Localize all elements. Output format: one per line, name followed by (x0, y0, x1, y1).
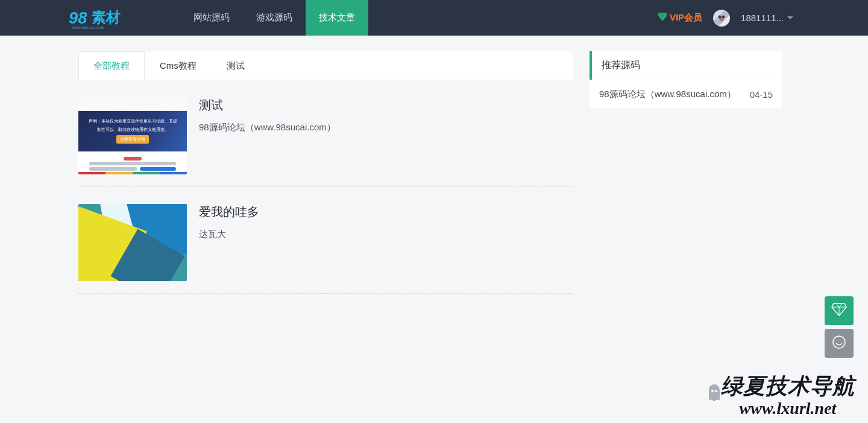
recommend-panel: 推荐源码 98源码论坛（www.98sucai.com） 04-15 (590, 51, 782, 109)
site-logo[interactable]: 98 素材 WWW.98SUCAI.COM (69, 0, 156, 36)
float-buttons (825, 296, 854, 358)
watermark-line1: 绿夏技术导航 (721, 372, 855, 401)
article-desc: 98源码论坛（www.98sucai.com） (199, 122, 573, 133)
tab-test[interactable]: 测试 (212, 51, 260, 80)
article-item[interactable]: 声明：本站仅为群里交流作快更乐习记建。非提 制性可以，取花在读物用作义他用途。 … (78, 80, 573, 187)
nav-item-site-source[interactable]: 网站源码 (180, 0, 243, 36)
article-thumbnail: 声明：本站仅为群里交流作快更乐习记建。非提 制性可以，取花在读物用作义他用途。 … (78, 97, 187, 174)
main-nav: 网站源码 游戏源码 技术文章 (180, 0, 368, 36)
diamond-icon (658, 13, 667, 23)
svg-point-3 (715, 390, 717, 392)
recommend-item-date: 04-15 (750, 89, 773, 100)
username-text: 1881111... (741, 13, 784, 23)
article-tabs: 全部教程 Cms教程 测试 (78, 51, 573, 80)
panel-title: 推荐源码 (590, 51, 782, 80)
vip-label: VIP会员 (670, 12, 702, 24)
article-body: 爱我的哇多 达瓦大 (199, 204, 573, 281)
logo-number: 98 (69, 8, 87, 27)
recommend-item-title: 98源码论坛（www.98sucai.com） (599, 89, 736, 100)
tab-cms-tutorials[interactable]: Cms教程 (145, 51, 212, 80)
article-thumbnail (78, 204, 187, 281)
watermark: 绿夏技术导航 www.lxurl.net (721, 372, 855, 418)
diamond-icon (831, 303, 847, 319)
content-column: 全部教程 Cms教程 测试 声明：本站仅为群里交流作快更乐习记建。非提 制性可以… (78, 51, 573, 294)
header-bar: 98 素材 WWW.98SUCAI.COM 网站源码 游戏源码 技术文章 VIP… (0, 0, 868, 36)
article-desc: 达瓦大 (199, 229, 573, 240)
smile-icon (832, 335, 846, 352)
vip-float-button[interactable] (825, 296, 854, 325)
article-title[interactable]: 测试 (199, 97, 573, 113)
article-body: 测试 98源码论坛（www.98sucai.com） (199, 97, 573, 174)
svg-text:WWW.98SUCAI.COM: WWW.98SUCAI.COM (72, 26, 104, 30)
main-region: 全部教程 Cms教程 测试 声明：本站仅为群里交流作快更乐习记建。非提 制性可以… (0, 36, 868, 294)
article-item[interactable]: 爱我的哇多 达瓦大 (78, 187, 573, 294)
nav-item-tech-article[interactable]: 技术文章 (306, 0, 368, 36)
ghost-icon (706, 383, 722, 401)
support-float-button[interactable] (825, 329, 854, 358)
recommend-item[interactable]: 98源码论坛（www.98sucai.com） 04-15 (590, 80, 782, 109)
sidebar: 推荐源码 98源码论坛（www.98sucai.com） 04-15 (590, 51, 782, 294)
svg-point-1 (833, 336, 845, 348)
article-list: 声明：本站仅为群里交流作快更乐习记建。非提 制性可以，取花在读物用作义他用途。 … (78, 80, 573, 294)
chevron-down-icon (787, 16, 793, 19)
avatar[interactable] (713, 10, 730, 27)
header-right: VIP会员 1881111... (658, 0, 854, 36)
tab-all-tutorials[interactable]: 全部教程 (78, 51, 145, 80)
vip-link[interactable]: VIP会员 (658, 12, 702, 24)
username-dropdown[interactable]: 1881111... (741, 13, 793, 23)
nav-item-game-source[interactable]: 游戏源码 (243, 0, 306, 36)
logo-sub: 素材 (92, 10, 121, 25)
watermark-line2: www.lxurl.net (721, 399, 855, 418)
article-title[interactable]: 爱我的哇多 (199, 204, 573, 220)
svg-point-2 (711, 390, 714, 392)
